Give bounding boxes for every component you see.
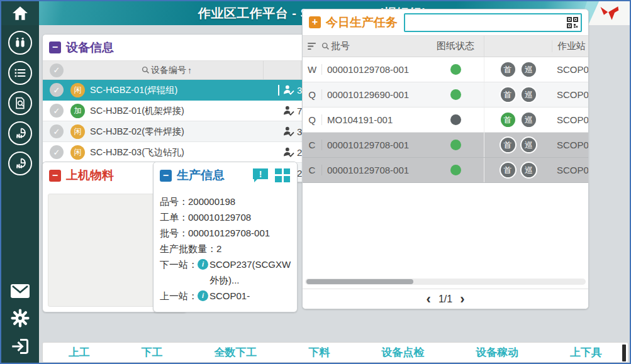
logout-icon[interactable] bbox=[8, 338, 32, 355]
bottom-toolbar: 上工 下工 全数下工 下料 设备点检 设备稼动 上下具 bbox=[42, 342, 628, 363]
first-inspection-badge[interactable]: 首 bbox=[500, 61, 517, 78]
task-batch: 000010129708-001 bbox=[321, 64, 427, 75]
expand-icon[interactable]: + bbox=[309, 16, 321, 28]
task-list-icon[interactable] bbox=[8, 61, 32, 85]
equipment-name: SC-HJBZ-02(零件焊接) bbox=[90, 126, 279, 138]
field-label: 批号： bbox=[160, 225, 188, 241]
first-inspection-badge[interactable]: 首 bbox=[500, 136, 517, 153]
task-row[interactable]: Q MO104191-001 首 巡 SCOP01(SGMH0... bbox=[303, 108, 588, 133]
horizontal-scrollbar[interactable] bbox=[305, 279, 586, 285]
toolbar-edge-handle[interactable] bbox=[622, 345, 626, 361]
home-icon bbox=[12, 6, 28, 21]
field-label: 工单： bbox=[160, 209, 188, 225]
material-panel-title: 上机物料 bbox=[66, 167, 114, 184]
alert-bubble-icon[interactable]: ! bbox=[252, 167, 269, 184]
equipment-check-button[interactable]: 设备点检 bbox=[381, 345, 424, 360]
scrollbar-thumb[interactable] bbox=[306, 279, 413, 284]
field-label: 品号： bbox=[160, 194, 188, 209]
batch-quantity: 2 bbox=[216, 241, 221, 256]
task-station: SCOP01-01(SGM... bbox=[552, 165, 588, 175]
first-inspection-badge[interactable]: 首 bbox=[500, 86, 517, 103]
clock-in-button[interactable]: 上工 bbox=[69, 345, 90, 360]
batch-number: 000010129708-001 bbox=[188, 225, 270, 241]
collapse-icon[interactable]: − bbox=[160, 170, 172, 182]
equipment-row[interactable]: ✓ 闲 SC-HGBZ-01(焊辊组) 3 0 bbox=[43, 80, 336, 101]
page-indicator: 1/1 bbox=[438, 294, 452, 305]
row-check-icon[interactable]: ✓ bbox=[50, 124, 64, 138]
equipment-status-badge: 闲 bbox=[70, 124, 85, 139]
batch-column-header[interactable]: 批号 bbox=[321, 40, 427, 52]
task-row[interactable]: W 000010129708-001 首 巡 SCOP02(SGMH0... bbox=[303, 57, 588, 82]
first-inspection-badge[interactable]: 首 bbox=[500, 162, 517, 179]
equipment-status-badge: 闲 bbox=[70, 83, 85, 97]
row-check-icon[interactable]: ✓ bbox=[50, 104, 64, 118]
drawing-status-dot bbox=[450, 165, 461, 175]
equipment-code-column[interactable]: 设备编号 ↑ bbox=[70, 65, 263, 76]
field-label: 生产批数量： bbox=[160, 241, 216, 256]
task-row[interactable]: C 000010129708-001 首 巡 SCOP01-02(SGM... bbox=[303, 133, 588, 158]
unload-material-button[interactable]: 下料 bbox=[308, 345, 330, 360]
search-icon bbox=[321, 42, 330, 50]
equipment-utilization-button[interactable]: 设备稼动 bbox=[476, 345, 518, 360]
work-order: 000010129708 bbox=[188, 209, 251, 225]
prev-page-button[interactable]: ‹ bbox=[427, 292, 431, 306]
doc-search-icon[interactable] bbox=[8, 91, 32, 115]
clock-out-button[interactable]: 下工 bbox=[142, 345, 163, 360]
patrol-inspection-badge[interactable]: 巡 bbox=[520, 61, 537, 78]
today-tasks-panel: + 今日生产任务 批号 图纸状态 作业站 W 000 bbox=[302, 9, 589, 309]
first-inspection-badge[interactable]: 首 bbox=[500, 111, 517, 128]
collapse-icon[interactable]: − bbox=[49, 41, 61, 53]
production-panel-title: 生产信息 bbox=[177, 167, 225, 184]
filter-sort-icon[interactable] bbox=[303, 42, 321, 50]
tasks-panel-title: 今日生产任务 bbox=[326, 14, 398, 31]
operators-icon bbox=[283, 147, 294, 157]
pagination-bar: ‹ 1/1 › bbox=[303, 289, 588, 309]
report-icon[interactable] bbox=[8, 121, 32, 145]
all-clock-out-button[interactable]: 全数下工 bbox=[215, 345, 257, 360]
part-number: 200000198 bbox=[188, 194, 235, 209]
equipment-row[interactable]: ✓ 闲 SC-HJBZ-03(飞边钻孔) 2 0 bbox=[43, 142, 336, 163]
select-all-check-icon[interactable]: ✓ bbox=[50, 63, 64, 77]
equipment-status-badge: 加 bbox=[70, 104, 85, 118]
info-icon[interactable]: i bbox=[198, 290, 208, 301]
task-status-letter: C bbox=[303, 165, 321, 175]
task-search-input[interactable] bbox=[405, 14, 581, 31]
equipment-row[interactable]: ✓ 加 SC-HJBZ-01(机架焊接) 7 0 bbox=[43, 101, 336, 121]
fixture-button[interactable]: 上下具 bbox=[570, 345, 602, 360]
task-station: SCOP02(SGMH0... bbox=[552, 64, 588, 75]
task-batch: 000010129690-001 bbox=[321, 89, 427, 100]
equipment-panel-title: 设备信息 bbox=[66, 40, 114, 56]
collapse-icon[interactable]: − bbox=[49, 170, 61, 182]
layout-grid-icon[interactable] bbox=[274, 168, 291, 183]
settings-gear-icon[interactable] bbox=[8, 309, 32, 328]
field-label: 上一站： bbox=[160, 288, 198, 307]
drawing-status-column-header: 图纸状态 bbox=[427, 40, 484, 52]
home-button[interactable] bbox=[1, 1, 39, 25]
patrol-inspection-badge[interactable]: 巡 bbox=[520, 136, 537, 153]
report-2-icon[interactable] bbox=[8, 152, 32, 175]
mail-icon[interactable] bbox=[8, 284, 32, 299]
previous-station: SCOP01- 02(SGMH01开 bbox=[209, 288, 271, 307]
operators-icon bbox=[283, 85, 294, 95]
equipment-info-panel: − 设备信息 ♥ ✓ 设备编号 ↑ ✓ 闲 SC-HGBZ-01(焊辊组) bbox=[42, 34, 337, 182]
patrol-inspection-badge[interactable]: 巡 bbox=[520, 162, 537, 179]
row-check-icon[interactable]: ✓ bbox=[50, 145, 64, 159]
qr-scan-icon[interactable] bbox=[566, 16, 579, 31]
row-check-icon[interactable]: ✓ bbox=[50, 83, 64, 97]
next-page-button[interactable]: › bbox=[460, 292, 464, 306]
task-row[interactable]: C 000010129708-001 首 巡 SCOP01-01(SGM... bbox=[303, 158, 588, 183]
task-station: SCOP01-01(SGM... bbox=[552, 89, 588, 100]
field-label: 下一站： bbox=[160, 256, 198, 288]
task-station: SCOP01(SGMH0... bbox=[552, 114, 588, 125]
info-icon[interactable]: i bbox=[198, 259, 208, 270]
patrol-inspection-badge[interactable]: 巡 bbox=[520, 111, 537, 128]
operators-icon bbox=[283, 126, 294, 136]
dispatch-icon[interactable] bbox=[8, 31, 32, 55]
patrol-inspection-badge[interactable]: 巡 bbox=[520, 86, 537, 103]
task-row[interactable]: Q 000010129690-001 首 巡 SCOP01-01(SGM... bbox=[303, 82, 588, 108]
task-status-letter: Q bbox=[303, 89, 321, 100]
equipment-name: SC-HJBZ-01(机架焊接) bbox=[90, 105, 279, 117]
search-icon bbox=[142, 66, 150, 74]
drawing-status-dot bbox=[450, 114, 461, 125]
equipment-row[interactable]: ✓ 闲 SC-HJBZ-02(零件焊接) 3 0 bbox=[43, 121, 336, 142]
